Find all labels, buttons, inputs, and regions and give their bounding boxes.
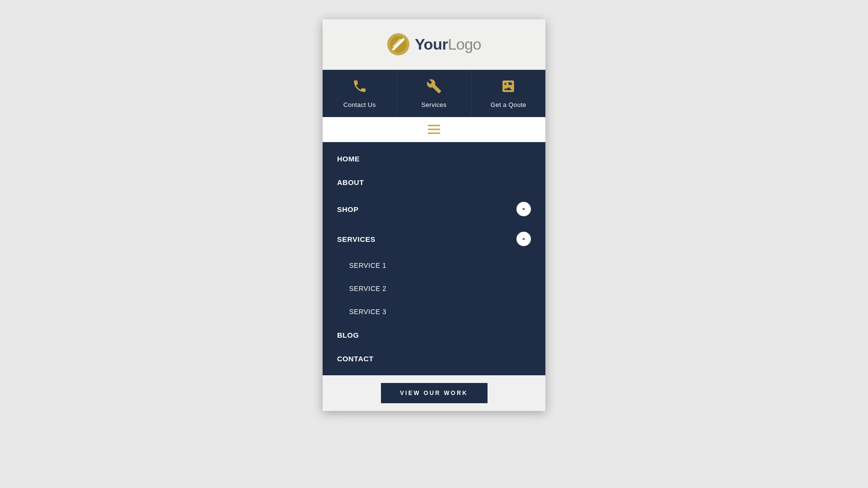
logo-icon: [387, 33, 410, 56]
mobile-nav-menu: HOME ABOUT SHOP SERVICES SERVICE 1: [323, 142, 545, 375]
nav-contact-label: CONTACT: [337, 355, 374, 363]
nav-item-contact[interactable]: CONTACT: [323, 347, 545, 370]
nav-item-home[interactable]: HOME: [323, 147, 545, 171]
nav-item-blog[interactable]: BLOG: [323, 323, 545, 347]
nav-contact-us[interactable]: Contact Us: [323, 70, 397, 117]
hamburger-bar-1: [428, 125, 440, 126]
nav-services[interactable]: Services: [397, 70, 471, 117]
nav-item-shop[interactable]: SHOP: [323, 194, 545, 224]
nav-item-service3[interactable]: SERVICE 3: [323, 300, 545, 323]
nav-get-quote[interactable]: Get a Qoute: [472, 70, 545, 117]
phone-container: YourLogo Contact Us Services: [323, 19, 545, 411]
phone-icon: [352, 79, 367, 97]
hamburger-bar-3: [428, 132, 440, 134]
hamburger-bar-2: [428, 129, 440, 130]
header: YourLogo: [323, 19, 545, 70]
nav-blog-label: BLOG: [337, 331, 359, 339]
nav-item-about[interactable]: ABOUT: [323, 171, 545, 194]
nav-home-label: HOME: [337, 155, 360, 163]
nav-item-services[interactable]: SERVICES: [323, 224, 545, 254]
nav-service2-label: SERVICE 2: [349, 285, 386, 292]
nav-item-service1[interactable]: SERVICE 1: [323, 254, 545, 277]
get-quote-label: Get a Qoute: [490, 101, 526, 108]
view-our-work-button[interactable]: VIEW OUR WORK: [381, 383, 488, 403]
services-chevron-up[interactable]: [516, 232, 531, 246]
shop-chevron-down[interactable]: [516, 202, 531, 216]
logo-text: YourLogo: [415, 36, 481, 53]
nav-shop-label: SHOP: [337, 205, 359, 213]
logo-container: YourLogo: [387, 33, 481, 56]
top-nav-bar: Contact Us Services Get a Qoute: [323, 70, 545, 117]
nav-service1-label: SERVICE 1: [349, 262, 386, 269]
nav-about-label: ABOUT: [337, 178, 364, 186]
logo-your-text: Your: [415, 36, 448, 53]
nav-item-service2[interactable]: SERVICE 2: [323, 277, 545, 300]
hamburger-icon[interactable]: [428, 125, 440, 134]
contact-us-label: Contact Us: [343, 101, 376, 108]
services-label: Services: [421, 101, 447, 108]
calculator-icon: [501, 79, 516, 97]
logo-logo-text: Logo: [448, 36, 481, 53]
hamburger-bar[interactable]: [323, 117, 545, 142]
bottom-cta-section: VIEW OUR WORK: [323, 375, 545, 411]
nav-service3-label: SERVICE 3: [349, 308, 386, 316]
wrench-icon: [426, 79, 442, 97]
nav-services-label: SERVICES: [337, 235, 376, 243]
